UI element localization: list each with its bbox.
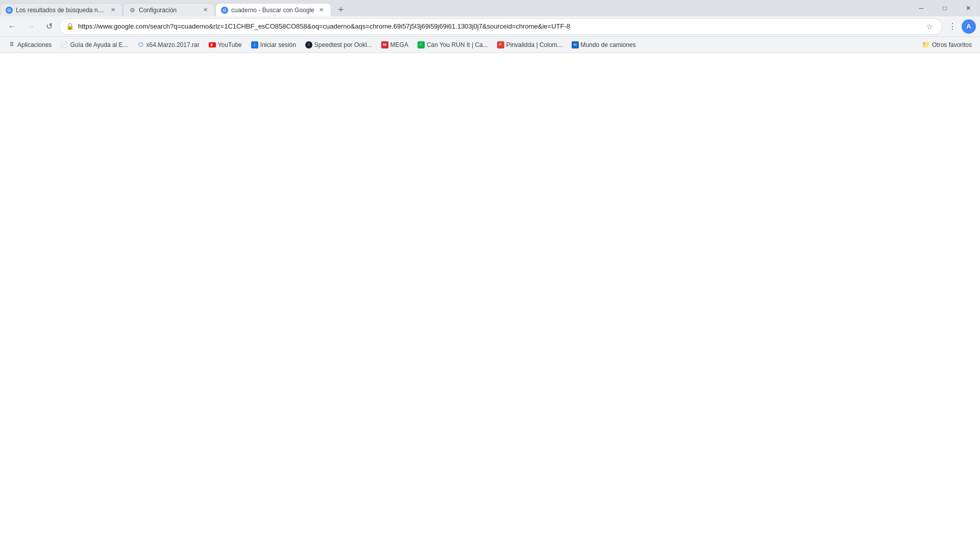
- tab-2-title: Configuración: [139, 7, 198, 14]
- new-tab-button[interactable]: +: [334, 3, 348, 16]
- bookmark-pinvalidda[interactable]: P Pinvalidda | Colom...: [493, 39, 567, 51]
- bookmarks-bar: ⠿ Aplicaciones 📄 Guía de Ayuda al E... ⬡…: [0, 37, 980, 53]
- bookmark-star-button[interactable]: ☆: [923, 20, 936, 33]
- bookmark-iniciar[interactable]: i Iniciar sesión: [247, 39, 300, 51]
- toolbar-right: ⋮ A: [944, 18, 976, 35]
- bookmark-aplicaciones[interactable]: ⠿ Aplicaciones: [4, 39, 56, 51]
- titlebar: G Los resultados de búsqueda no ... ✕ ⚙ …: [0, 0, 980, 16]
- toolbar: ← → ↺ 🔒 https://www.google.com/search?q=…: [0, 16, 980, 37]
- tab-1[interactable]: G Los resultados de búsqueda no ... ✕: [0, 3, 122, 16]
- doc-icon: 📄: [61, 41, 68, 48]
- tab-2[interactable]: ⚙ Configuración ✕: [123, 3, 215, 16]
- mega-icon: M: [381, 41, 388, 48]
- address-actions: ☆: [923, 20, 936, 33]
- tab-1-favicon: G: [6, 7, 13, 14]
- bookmark-label: Guía de Ayuda al E...: [70, 41, 128, 48]
- google-icon: G: [221, 7, 228, 14]
- page-content: [0, 53, 980, 549]
- bookmark-label: x64.Marzo.2017.rar: [146, 41, 200, 48]
- customize-button[interactable]: ⋮: [944, 18, 961, 35]
- dropbox-icon: ⬡: [137, 41, 144, 48]
- pinvalidda-icon: P: [497, 41, 504, 48]
- address-bar[interactable]: 🔒 https://www.google.com/search?q=cuader…: [59, 18, 942, 35]
- bookmark-guia[interactable]: 📄 Guía de Ayuda al E...: [57, 39, 132, 51]
- bookmark-speedtest[interactable]: S Speedtest por Ookl...: [301, 39, 376, 51]
- tabs-area: G Los resultados de búsqueda no ... ✕ ⚙ …: [0, 0, 910, 16]
- iniciar-icon: i: [251, 41, 258, 48]
- otros-favoritos-folder[interactable]: 📁 Otros favoritos: [918, 39, 976, 51]
- bookmark-label: Mundo de camiones: [581, 41, 636, 48]
- bookmark-label: Can You RUN It | Ca...: [427, 41, 488, 48]
- address-text: https://www.google.com/search?q=cuaderno…: [78, 22, 919, 30]
- bookmark-label: YouTube: [218, 41, 242, 48]
- profile-avatar[interactable]: A: [962, 19, 976, 34]
- lock-icon: 🔒: [66, 22, 74, 30]
- speedtest-icon: S: [305, 41, 312, 48]
- tab-1-title: Los resultados de búsqueda no ...: [16, 7, 106, 14]
- bookmark-label: Aplicaciones: [17, 41, 52, 48]
- bookmark-label: Speedtest por Ookl...: [314, 41, 372, 48]
- maximize-button[interactable]: □: [933, 0, 957, 16]
- forward-button[interactable]: →: [22, 18, 39, 35]
- folder-icon: 📁: [922, 41, 930, 48]
- bookmark-label: MEGA: [390, 41, 408, 48]
- tab-3[interactable]: G cuaderno - Buscar con Google ✕: [215, 3, 331, 16]
- bookmark-label: Iniciar sesión: [260, 41, 296, 48]
- bookmark-youtube[interactable]: YouTube: [205, 39, 246, 51]
- tab-3-favicon: G: [221, 7, 228, 14]
- tab-2-favicon: ⚙: [129, 7, 136, 14]
- tab-3-title: cuaderno - Buscar con Google: [231, 7, 314, 14]
- apps-icon: ⠿: [8, 41, 15, 48]
- bookmark-canrun[interactable]: C Can You RUN It | Ca...: [413, 39, 492, 51]
- tab-3-close[interactable]: ✕: [317, 6, 326, 14]
- window-controls: ─ □ ✕: [910, 0, 980, 16]
- bookmark-mundo[interactable]: M Mundo de camiones: [568, 39, 640, 51]
- bookmark-mega[interactable]: M MEGA: [377, 39, 412, 51]
- gear-icon: ⚙: [130, 7, 135, 14]
- tab-1-close[interactable]: ✕: [109, 6, 117, 14]
- close-button[interactable]: ✕: [957, 0, 980, 16]
- youtube-icon: [209, 41, 216, 48]
- back-button[interactable]: ←: [4, 18, 20, 35]
- otros-favoritos-label: Otros favoritos: [932, 41, 972, 48]
- mundo-icon: M: [572, 41, 579, 48]
- reload-button[interactable]: ↺: [41, 18, 57, 35]
- tab-2-close[interactable]: ✕: [201, 6, 209, 14]
- canrun-icon: C: [418, 41, 425, 48]
- bookmark-x64[interactable]: ⬡ x64.Marzo.2017.rar: [133, 39, 204, 51]
- minimize-button[interactable]: ─: [910, 0, 933, 16]
- google-icon: G: [6, 7, 13, 14]
- bookmark-label: Pinvalidda | Colom...: [506, 41, 562, 48]
